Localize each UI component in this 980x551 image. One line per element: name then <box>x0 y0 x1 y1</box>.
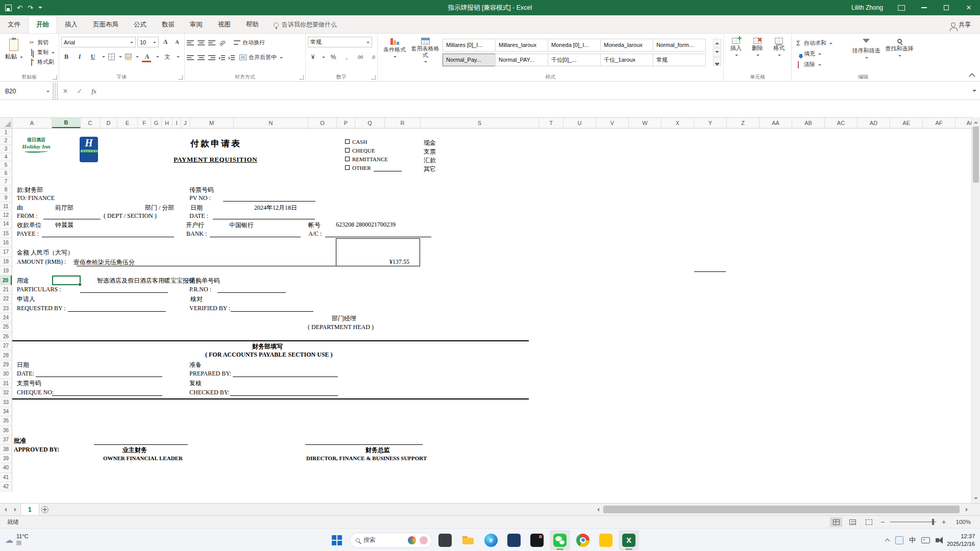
taskbar-clock[interactable]: 12:37 2025/12/16 <box>947 533 975 547</box>
phonetic-guide-button[interactable]: 文 <box>162 52 173 62</box>
vertical-scrollbar[interactable] <box>971 117 980 503</box>
page-break-view-button[interactable] <box>863 517 875 527</box>
tray-app-icon[interactable] <box>895 536 903 544</box>
column-header-U[interactable]: U <box>564 118 596 128</box>
horizontal-scroll-thumb[interactable] <box>603 506 960 513</box>
column-header-A[interactable]: A <box>12 118 52 128</box>
align-top-icon[interactable] <box>187 40 194 46</box>
row-header-33[interactable]: 33 <box>0 397 12 407</box>
row-header-32[interactable]: 32 <box>0 388 12 397</box>
row-header-3[interactable]: 3 <box>0 145 12 153</box>
column-header-G[interactable]: G <box>151 118 162 128</box>
taskbar-search[interactable]: 搜索 <box>350 533 432 548</box>
borders-icon[interactable] <box>108 54 115 60</box>
column-header-I[interactable]: I <box>173 118 181 128</box>
start-button[interactable] <box>327 530 347 550</box>
font-dialog-launcher[interactable] <box>178 75 183 80</box>
conditional-formatting-button[interactable]: 条件格式 <box>380 36 409 59</box>
ribbon-display-options-button[interactable] <box>890 0 913 15</box>
column-header-F[interactable]: F <box>138 118 151 128</box>
column-header-O[interactable]: O <box>308 118 337 128</box>
style-item[interactable]: Moneda [0]_I... <box>548 39 601 52</box>
cut-button[interactable]: ✂剪切 <box>27 38 56 47</box>
align-right-icon[interactable] <box>208 55 215 61</box>
tray-chevron-up-icon[interactable] <box>885 538 890 542</box>
name-box-resize-handle[interactable] <box>53 83 58 99</box>
paste-button[interactable]: 粘贴 <box>2 36 26 61</box>
accounting-dropdown-icon[interactable] <box>322 57 325 60</box>
scroll-left-icon[interactable] <box>594 504 602 516</box>
gallery-up-icon[interactable] <box>713 39 721 47</box>
column-header-B[interactable]: B <box>52 118 81 128</box>
fill-color-dropdown-icon[interactable] <box>136 56 139 59</box>
sort-filter-button[interactable]: 排序和筛选 <box>850 36 882 60</box>
row-header-42[interactable]: 42 <box>0 482 12 491</box>
ribbon-tab-help[interactable]: 帮助 <box>238 16 266 33</box>
row-header-11[interactable]: 11 <box>0 202 12 211</box>
alignment-dialog-launcher[interactable] <box>299 75 304 80</box>
row-header-23[interactable]: 23 <box>0 304 12 313</box>
row-header-31[interactable]: 31 <box>0 379 12 388</box>
ribbon-tab-page-layout[interactable]: 页面布局 <box>85 16 126 33</box>
column-header-AE[interactable]: AE <box>890 118 923 128</box>
style-item[interactable]: 千位[0]_... <box>548 54 601 66</box>
column-header-S[interactable]: S <box>421 118 539 128</box>
column-header-H[interactable]: H <box>162 118 173 128</box>
number-format-select[interactable]: 常规 <box>308 37 372 47</box>
cancel-icon[interactable]: ✕ <box>58 87 72 95</box>
row-header-4[interactable]: 4 <box>0 153 12 161</box>
fill-button[interactable]: 填充 <box>794 49 849 59</box>
row-header-30[interactable]: 30 <box>0 369 12 379</box>
column-header-Z[interactable]: Z <box>727 118 760 128</box>
ribbon-tab-home[interactable]: 开始 <box>28 16 57 33</box>
zoom-slider[interactable] <box>890 521 936 522</box>
number-dialog-launcher[interactable] <box>371 75 376 80</box>
row-header-22[interactable]: 22 <box>0 294 12 304</box>
sheet-nav-right-icon[interactable] <box>10 504 20 515</box>
row-header-5[interactable]: 5 <box>0 161 12 169</box>
decrease-decimal-button[interactable]: .0 <box>368 52 378 62</box>
zoom-out-button[interactable]: − <box>879 518 886 526</box>
row-header-16[interactable]: 16 <box>0 238 12 247</box>
vertical-scroll-thumb[interactable] <box>973 127 979 183</box>
delete-cells-button[interactable]: 删除 <box>747 36 767 58</box>
column-header-W[interactable]: W <box>629 118 662 128</box>
undo-icon[interactable]: ↶ <box>17 5 22 11</box>
ribbon-tab-data[interactable]: 数据 <box>154 16 182 33</box>
grow-font-button[interactable]: A <box>160 37 170 47</box>
row-header-18[interactable]: 18 <box>0 257 12 266</box>
increase-decimal-button[interactable]: .00 <box>355 52 365 62</box>
comma-style-button[interactable]: , <box>341 52 352 62</box>
zoom-level[interactable]: 100% <box>951 519 971 525</box>
clipboard-dialog-launcher[interactable] <box>53 75 57 80</box>
app-yellow-button[interactable] <box>596 530 616 550</box>
select-all-corner[interactable] <box>0 118 12 128</box>
find-select-button[interactable]: 查找和选择 <box>884 36 915 58</box>
column-header-M[interactable]: M <box>190 118 234 128</box>
row-header-38[interactable]: 38 <box>0 444 12 454</box>
style-item[interactable]: Normal_PAY... <box>495 54 548 66</box>
save-icon[interactable] <box>5 5 12 11</box>
row-header-21[interactable]: 21 <box>0 285 12 294</box>
format-painter-button[interactable]: 格式刷 <box>27 57 56 67</box>
row-header-29[interactable]: 29 <box>0 360 12 369</box>
sheet-nav-left-icon[interactable] <box>0 504 10 515</box>
row-header-41[interactable]: 41 <box>0 473 12 482</box>
align-middle-icon[interactable] <box>198 40 205 46</box>
column-header-AA[interactable]: AA <box>760 118 792 128</box>
column-header-E[interactable]: E <box>117 118 138 128</box>
wrap-text-button[interactable]: 自动换行 <box>233 38 266 47</box>
underline-dropdown-icon[interactable] <box>102 56 105 59</box>
formula-input[interactable] <box>101 83 969 99</box>
orientation-icon[interactable]: ab <box>218 38 227 47</box>
column-header-D[interactable]: D <box>100 118 117 128</box>
clear-button[interactable]: 清除 <box>794 60 849 69</box>
row-header-2[interactable]: 2 <box>0 137 12 145</box>
chrome-button[interactable] <box>573 530 593 550</box>
app-navy-button[interactable] <box>504 530 524 550</box>
expand-formula-bar-icon[interactable] <box>969 83 980 99</box>
row-header-25[interactable]: 25 <box>0 322 12 332</box>
scroll-up-icon[interactable] <box>972 118 980 126</box>
column-header-AD[interactable]: AD <box>857 118 890 128</box>
style-item[interactable]: Normal_form... <box>653 39 706 52</box>
